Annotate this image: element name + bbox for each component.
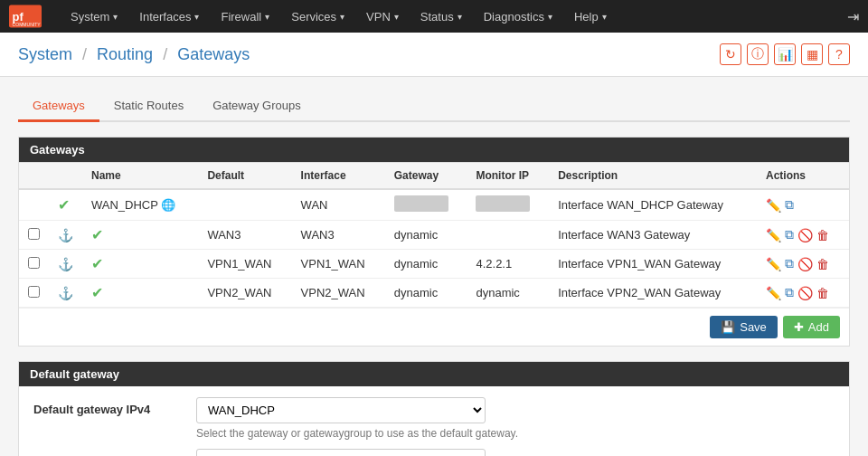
nav-help[interactable]: Help ▾ bbox=[563, 0, 618, 33]
row-status-cell: ✔ bbox=[49, 189, 82, 221]
tab-gateway-groups[interactable]: Gateway Groups bbox=[198, 91, 316, 122]
row-description-cell: Interface VPN1_WAN Gateway bbox=[549, 250, 757, 279]
nav-status[interactable]: Status ▾ bbox=[410, 0, 473, 33]
edit-icon[interactable]: ✏️ bbox=[766, 257, 781, 271]
table-row: ⚓ ✔ VPN2_WAN VPN2_WAN dynamic dynamic In… bbox=[19, 279, 849, 308]
logout-icon[interactable]: ⇥ bbox=[847, 9, 859, 24]
navbar-right-icon[interactable]: ⇥ bbox=[847, 8, 859, 25]
anchor-icon: ⚓ bbox=[58, 257, 73, 271]
row-interface-cell: WAN3 bbox=[292, 221, 385, 250]
table-footer: 💾 Save ✚ Add bbox=[19, 308, 849, 346]
save-button[interactable]: 💾 Save bbox=[710, 316, 778, 338]
help-icon[interactable]: ? bbox=[828, 43, 850, 65]
gateways-section-header: Gateways bbox=[19, 138, 849, 162]
action-icons: ✏️ ⧉ 🚫 🗑 bbox=[766, 285, 840, 300]
info-icon[interactable]: ⓘ bbox=[747, 43, 769, 65]
table-icon[interactable]: ▦ bbox=[801, 43, 823, 65]
action-icons: ✏️ ⧉ 🚫 🗑 bbox=[766, 227, 840, 242]
tab-gateways[interactable]: Gateways bbox=[18, 91, 99, 122]
row-actions-cell: ✏️ ⧉ 🚫 🗑 bbox=[757, 250, 849, 279]
nav-system[interactable]: System ▾ bbox=[60, 0, 128, 33]
table-row: ⚓ ✔ VPN1_WAN VPN1_WAN dynamic 4.2.2.1 In… bbox=[19, 250, 849, 279]
breadcrumb-sep2: / bbox=[163, 45, 167, 63]
row-status-cell: ✔ bbox=[82, 279, 198, 308]
row-checkbox-cell bbox=[19, 189, 49, 221]
header-icons: ↻ ⓘ 📊 ▦ ? bbox=[720, 43, 850, 65]
add-button[interactable]: ✚ Add bbox=[783, 316, 840, 338]
row-checkbox[interactable] bbox=[28, 257, 40, 269]
ipv4-select[interactable]: WAN_DHCP WAN3 VPN1_WAN VPN2_WAN Automati… bbox=[196, 397, 486, 423]
row-default-cell bbox=[198, 189, 291, 221]
row-gateway-cell bbox=[385, 189, 467, 221]
row-actions-cell: ✏️ ⧉ bbox=[757, 189, 849, 221]
edit-icon[interactable]: ✏️ bbox=[766, 228, 781, 242]
ban-icon[interactable]: 🚫 bbox=[797, 286, 813, 300]
nav-diagnostics[interactable]: Diagnostics ▾ bbox=[473, 0, 563, 33]
delete-icon[interactable]: 🗑 bbox=[816, 228, 829, 242]
table-header-row: Name Default Interface Gateway Monitor I… bbox=[19, 163, 849, 190]
save-icon: 💾 bbox=[721, 320, 735, 334]
row-anchor-cell: ⚓ bbox=[49, 221, 82, 250]
row-description-cell: Interface WAN3 Gateway bbox=[549, 221, 757, 250]
row-name-cell: WAN_DHCP 🌐 bbox=[82, 189, 198, 221]
th-actions: Actions bbox=[757, 163, 849, 190]
action-icons: ✏️ ⧉ bbox=[766, 197, 840, 213]
th-interface: Interface bbox=[292, 163, 385, 190]
copy-icon[interactable]: ⧉ bbox=[785, 256, 794, 271]
nav-interfaces[interactable]: Interfaces ▾ bbox=[128, 0, 210, 33]
chart-icon[interactable]: 📊 bbox=[774, 43, 796, 65]
status-check-icon: ✔ bbox=[58, 197, 70, 213]
row-checkbox[interactable] bbox=[28, 286, 40, 298]
breadcrumb: System / Routing / Gateways bbox=[18, 45, 250, 64]
nav-firewall[interactable]: Firewall ▾ bbox=[210, 0, 280, 33]
table-row: ✔ WAN_DHCP 🌐 WAN Interface WAN_DHCP Gate… bbox=[19, 189, 849, 221]
ban-icon[interactable]: 🚫 bbox=[797, 228, 813, 242]
row-name-cell: VPN2_WAN bbox=[198, 279, 291, 308]
th-name: Name bbox=[82, 163, 198, 190]
tab-static-routes[interactable]: Static Routes bbox=[99, 91, 198, 122]
row-checkbox-cell[interactable] bbox=[19, 221, 49, 250]
row-anchor-cell: ⚓ bbox=[49, 279, 82, 308]
row-monitor-ip-cell: 4.2.2.1 bbox=[467, 250, 549, 279]
gateways-table: Name Default Interface Gateway Monitor I… bbox=[19, 162, 849, 308]
ipv4-label: Default gateway IPv4 bbox=[33, 397, 196, 416]
breadcrumb-sep1: / bbox=[82, 45, 87, 63]
globe-icon: 🌐 bbox=[161, 198, 175, 212]
status-check-icon: ✔ bbox=[91, 256, 103, 271]
row-description-cell: Interface WAN_DHCP Gateway bbox=[549, 189, 757, 221]
edit-icon[interactable]: ✏️ bbox=[766, 198, 781, 213]
row-checkbox-cell[interactable] bbox=[19, 279, 49, 308]
th-checkbox bbox=[19, 163, 49, 190]
ban-icon[interactable]: 🚫 bbox=[797, 257, 813, 271]
nav-items: System ▾ Interfaces ▾ Firewall ▾ Service… bbox=[60, 0, 847, 33]
copy-icon[interactable]: ⧉ bbox=[785, 227, 794, 242]
ipv6-select[interactable]: Automatic WAN_DHCP WAN3 VPN1_WAN VPN2_WA… bbox=[196, 449, 486, 456]
delete-icon[interactable]: 🗑 bbox=[816, 257, 829, 271]
ipv6-label: Default gateway IPv6 bbox=[33, 449, 196, 456]
row-interface-cell: VPN2_WAN bbox=[292, 279, 385, 308]
refresh-icon[interactable]: ↻ bbox=[720, 43, 741, 65]
th-description: Description bbox=[549, 163, 757, 190]
blurred-monitor-ip bbox=[476, 195, 530, 212]
edit-icon[interactable]: ✏️ bbox=[766, 286, 781, 300]
row-monitor-ip-cell: dynamic bbox=[467, 279, 549, 308]
ipv6-control-group: Automatic WAN_DHCP WAN3 VPN1_WAN VPN2_WA… bbox=[196, 449, 835, 456]
row-checkbox-cell[interactable] bbox=[19, 250, 49, 279]
delete-icon[interactable]: 🗑 bbox=[816, 286, 829, 300]
row-monitor-ip-cell bbox=[467, 221, 549, 250]
row-monitor-ip-cell bbox=[467, 189, 549, 221]
row-name-cell: VPN1_WAN bbox=[198, 250, 291, 279]
nav-vpn[interactable]: VPN ▾ bbox=[355, 0, 410, 33]
nav-services[interactable]: Services ▾ bbox=[280, 0, 355, 33]
table-row: ⚓ ✔ WAN3 WAN3 dynamic Interface WAN3 Gat… bbox=[19, 221, 849, 250]
default-gateway-section: Default gateway Default gateway IPv4 WAN… bbox=[18, 361, 850, 456]
default-gateway-form: Default gateway IPv4 WAN_DHCP WAN3 VPN1_… bbox=[19, 386, 849, 456]
anchor-icon: ⚓ bbox=[58, 286, 73, 300]
brand-logo[interactable]: pf COMMUNITY EDITION bbox=[9, 4, 42, 29]
content-area: Gateways Static Routes Gateway Groups Ga… bbox=[0, 77, 868, 456]
copy-icon[interactable]: ⧉ bbox=[785, 285, 794, 300]
row-checkbox[interactable] bbox=[28, 228, 40, 240]
breadcrumb-routing[interactable]: Routing bbox=[97, 45, 153, 63]
copy-icon[interactable]: ⧉ bbox=[785, 197, 794, 213]
breadcrumb-system[interactable]: System bbox=[18, 45, 72, 63]
